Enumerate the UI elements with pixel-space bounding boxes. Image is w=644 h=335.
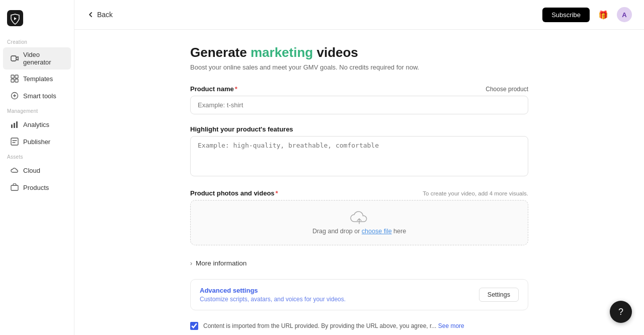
creation-section-label: Creation: [0, 35, 74, 47]
gift-icon[interactable]: 🎁: [596, 7, 611, 22]
choose-file-link[interactable]: choose file: [362, 228, 392, 235]
sidebar-item-label-publisher: Publisher: [23, 138, 50, 146]
advanced-desc: Customize scripts, avatars, and voices f…: [200, 296, 346, 303]
see-more-link[interactable]: See more: [438, 322, 464, 329]
upload-hint: To create your video, add 4 more visuals…: [423, 190, 528, 196]
avatar[interactable]: A: [617, 7, 632, 22]
features-row: Highlight your product's features: [190, 125, 528, 133]
back-button[interactable]: Back: [87, 11, 113, 19]
features-section: Highlight your product's features: [190, 125, 528, 178]
product-name-input[interactable]: [190, 96, 528, 114]
advanced-settings-text: Advanced settings Customize scripts, ava…: [200, 287, 346, 303]
products-icon: [10, 183, 19, 192]
topbar: Back Subscribe 🎁 A: [74, 0, 644, 30]
sidebar: Creation Video generator Templates Smart…: [0, 0, 74, 335]
advanced-settings-card: Advanced settings Customize scripts, ava…: [190, 279, 528, 310]
svg-rect-11: [11, 185, 18, 190]
svg-rect-7: [11, 124, 13, 128]
upload-label-row: Product photos and videos* To create you…: [190, 189, 528, 197]
main-content: Back Subscribe 🎁 A Generate marketing vi…: [74, 0, 644, 335]
svg-rect-2: [11, 75, 14, 78]
photos-label: Product photos and videos*: [190, 189, 278, 197]
advanced-title: Advanced settings: [200, 287, 346, 294]
svg-rect-1: [11, 56, 16, 61]
video-generator-icon: [10, 54, 19, 63]
choose-product-link[interactable]: Choose product: [486, 86, 528, 93]
consent-row: Content is imported from the URL provide…: [190, 321, 528, 330]
upload-dropzone[interactable]: Drag and drop or choose file here: [190, 200, 528, 245]
svg-rect-10: [11, 138, 18, 145]
upload-section: Product photos and videos* To create you…: [190, 189, 528, 245]
sidebar-item-cloud[interactable]: Cloud: [3, 162, 71, 178]
fab-button[interactable]: ?: [610, 301, 632, 323]
back-arrow-icon: [87, 11, 95, 19]
sidebar-item-label-analytics: Analytics: [23, 121, 49, 128]
subscribe-button[interactable]: Subscribe: [542, 8, 590, 22]
page-subtitle: Boost your online sales and meet your GM…: [190, 63, 528, 71]
logo-icon: [7, 10, 23, 26]
topbar-right: Subscribe 🎁 A: [542, 7, 632, 22]
sidebar-item-label-products: Products: [23, 184, 49, 191]
svg-rect-4: [11, 79, 14, 82]
app-logo: [0, 5, 74, 35]
upload-cloud-icon: [350, 211, 368, 225]
management-section-label: Management: [0, 104, 74, 116]
sidebar-item-label-cloud: Cloud: [23, 167, 40, 174]
settings-button[interactable]: Settings: [479, 288, 519, 302]
publisher-icon: [10, 137, 19, 146]
more-info-toggle[interactable]: › More information: [190, 254, 528, 272]
sidebar-item-label-video-generator: Video generator: [23, 51, 64, 66]
assets-section-label: Assets: [0, 150, 74, 162]
page-title: Generate marketing videos: [190, 45, 528, 60]
sidebar-item-label-templates: Templates: [23, 75, 53, 83]
consent-checkbox[interactable]: [190, 322, 198, 330]
features-textarea[interactable]: [190, 136, 528, 176]
svg-rect-3: [15, 75, 18, 78]
upload-text: Drag and drop or choose file here: [312, 228, 406, 235]
product-name-row: Product name* Choose product: [190, 85, 528, 93]
svg-rect-5: [15, 79, 18, 82]
consent-text: Content is imported from the URL provide…: [203, 321, 464, 330]
sidebar-item-label-smart-tools: Smart tools: [23, 92, 56, 100]
smart-tools-icon: [10, 91, 19, 100]
analytics-icon: [10, 120, 19, 129]
sidebar-item-templates[interactable]: Templates: [3, 71, 71, 87]
sidebar-item-products[interactable]: Products: [3, 179, 71, 195]
more-info-label: More information: [196, 259, 247, 267]
sidebar-item-smart-tools[interactable]: Smart tools: [3, 88, 71, 104]
templates-icon: [10, 74, 19, 83]
product-name-label: Product name*: [190, 85, 237, 93]
svg-rect-9: [16, 121, 18, 128]
chevron-right-icon: ›: [190, 260, 192, 267]
cloud-icon: [10, 166, 19, 175]
svg-rect-8: [14, 123, 15, 128]
sidebar-item-analytics[interactable]: Analytics: [3, 116, 71, 132]
product-name-section: Product name* Choose product: [190, 85, 528, 114]
content-area: Generate marketing videos Boost your onl…: [178, 30, 540, 335]
sidebar-item-publisher[interactable]: Publisher: [3, 133, 71, 150]
sidebar-item-video-generator[interactable]: Video generator: [3, 47, 71, 70]
features-label: Highlight your product's features: [190, 125, 293, 133]
